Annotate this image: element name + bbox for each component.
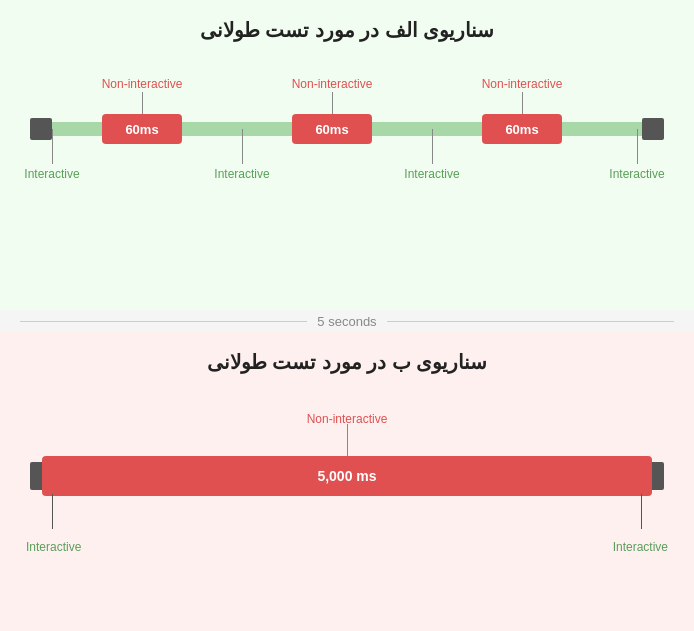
timeline-b: Non-interactive 5,000 ms Interactive Int… xyxy=(22,404,672,564)
tick-down-b-right xyxy=(641,494,642,529)
non-interactive-label-1: Non-interactive xyxy=(102,77,183,91)
interactive-label-1: Interactive xyxy=(214,167,269,181)
tick-down-0 xyxy=(52,129,53,164)
red-block-b: 5,000 ms xyxy=(42,456,652,496)
red-block-1: 60ms xyxy=(102,114,182,144)
tick-down-2 xyxy=(432,129,433,164)
interactive-label-0: Interactive xyxy=(24,167,79,181)
interactive-label-b-right: Interactive xyxy=(613,540,668,554)
divider-label: 5 seconds xyxy=(307,314,386,329)
timeline-a: Non-interactive Non-interactive Non-inte… xyxy=(22,72,672,202)
scenario-a-section: سناریوی الف در مورد تست طولانی Non-inter… xyxy=(0,0,694,310)
scenario-b-title: سناریوی ب در مورد تست طولانی xyxy=(207,350,488,374)
interactive-label-b-left: Interactive xyxy=(26,540,81,554)
red-block-2: 60ms xyxy=(292,114,372,144)
red-block-3: 60ms xyxy=(482,114,562,144)
scenario-a-title: سناریوی الف در مورد تست طولانی xyxy=(200,18,495,42)
interactive-label-3: Interactive xyxy=(609,167,664,181)
tick-down-3 xyxy=(637,129,638,164)
time-divider: 5 seconds xyxy=(0,310,694,332)
non-interactive-label-3: Non-interactive xyxy=(482,77,563,91)
bar-end-right-a xyxy=(642,118,664,140)
tick-down-1 xyxy=(242,129,243,164)
bar-end-left-a xyxy=(30,118,52,140)
interactive-label-2: Interactive xyxy=(404,167,459,181)
non-interactive-label-2: Non-interactive xyxy=(292,77,373,91)
scenario-b-section: سناریوی ب در مورد تست طولانی Non-interac… xyxy=(0,332,694,631)
tick-down-b-left xyxy=(52,494,53,529)
